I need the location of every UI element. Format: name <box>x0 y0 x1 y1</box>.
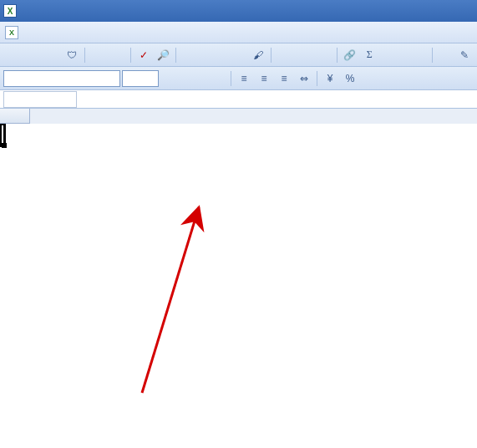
paste-icon[interactable] <box>220 46 238 64</box>
font-size-select[interactable] <box>122 70 159 87</box>
percent-icon[interactable]: % <box>341 69 359 88</box>
align-right-icon[interactable]: ≡ <box>275 69 293 88</box>
chart-wizard-icon[interactable] <box>436 46 454 64</box>
title-bar: X <box>0 0 477 22</box>
print-icon[interactable] <box>89 46 107 64</box>
open-icon[interactable] <box>23 46 42 64</box>
menu-window[interactable] <box>80 30 89 35</box>
toolbar-separator <box>84 48 85 63</box>
sort-desc-icon[interactable] <box>410 46 429 64</box>
toolbar-separator <box>130 48 131 63</box>
underline-button[interactable] <box>209 69 227 88</box>
formula-bar <box>0 90 477 109</box>
toolbar-separator <box>271 48 271 63</box>
select-all-corner[interactable] <box>0 109 30 124</box>
copy-icon[interactable] <box>200 46 218 64</box>
menu-edit[interactable] <box>30 30 38 35</box>
permission-icon[interactable]: 🛡 <box>63 46 81 64</box>
excel-doc-icon[interactable]: X <box>5 26 18 39</box>
cut-icon[interactable] <box>180 46 198 64</box>
menu-data[interactable] <box>72 30 80 35</box>
drawing-icon[interactable]: ✎ <box>455 46 474 64</box>
bold-button[interactable] <box>169 69 187 88</box>
menu-insert[interactable] <box>47 30 55 35</box>
hyperlink-icon[interactable]: 🔗 <box>341 46 359 64</box>
sort-asc-icon[interactable] <box>390 46 408 64</box>
align-center-icon[interactable]: ≡ <box>255 69 273 88</box>
format-painter-icon[interactable]: 🖌 <box>249 46 267 64</box>
align-left-icon[interactable]: ≡ <box>235 69 253 88</box>
new-doc-icon[interactable] <box>3 46 22 64</box>
toolbar-separator <box>432 48 433 63</box>
spellcheck-icon[interactable]: ✓ <box>134 46 153 64</box>
column-headers <box>0 109 477 124</box>
research-icon[interactable]: 🔎 <box>154 46 172 64</box>
save-icon[interactable] <box>43 46 62 64</box>
undo-icon[interactable] <box>275 46 293 64</box>
merge-center-icon[interactable]: ⇔ <box>295 69 313 88</box>
toolbar-separator <box>231 71 231 86</box>
annotation-arrow <box>125 192 226 401</box>
excel-app-icon: X <box>3 4 17 18</box>
formula-cancel-button[interactable] <box>81 92 96 107</box>
redo-icon[interactable] <box>305 46 323 64</box>
toolbar-separator <box>317 71 317 86</box>
text-caret <box>3 125 4 145</box>
print-preview-icon[interactable] <box>109 46 127 64</box>
menu-bar: X <box>0 22 477 43</box>
name-box[interactable] <box>3 91 77 108</box>
active-cell[interactable] <box>0 124 6 147</box>
menu-format[interactable] <box>55 30 63 35</box>
italic-button[interactable] <box>189 69 207 88</box>
menu-help[interactable] <box>89 30 97 35</box>
formatting-toolbar: ≡ ≡ ≡ ⇔ ¥ % <box>0 67 477 90</box>
standard-toolbar: 🛡 ✓ 🔎 🖌 🔗 Σ ✎ <box>0 43 477 67</box>
menu-view[interactable] <box>38 30 47 35</box>
menu-tools[interactable] <box>63 30 72 35</box>
toolbar-separator <box>175 48 176 63</box>
autosum-icon[interactable]: Σ <box>360 46 378 64</box>
spreadsheet-grid <box>0 109 477 124</box>
menu-file[interactable] <box>22 30 30 35</box>
currency-icon[interactable]: ¥ <box>321 69 339 88</box>
svg-line-0 <box>142 207 199 393</box>
toolbar-separator <box>337 48 337 63</box>
font-name-select[interactable] <box>3 70 120 87</box>
insert-function-button[interactable] <box>114 92 129 107</box>
formula-enter-button[interactable] <box>98 92 113 107</box>
